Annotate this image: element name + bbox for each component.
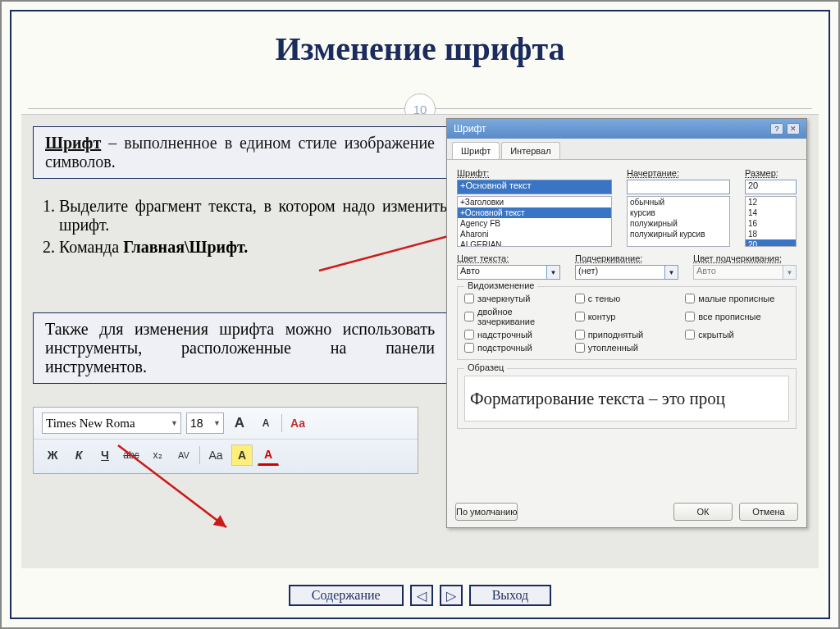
chk-allcaps[interactable]: все прописные [685,307,789,326]
definition-box: Шрифт – выполненное в едином стиле изобр… [33,126,447,179]
font-color-button[interactable]: A [258,444,279,466]
list-item[interactable]: 20 [746,239,796,247]
font-label: Шрифт: [457,168,612,178]
style-label: Начертание: [627,168,730,178]
chevron-down-icon: ▼ [171,419,180,427]
list-item[interactable]: 12 [746,197,796,207]
list-item[interactable]: 16 [746,218,796,229]
chk-outline[interactable]: контур [575,307,679,326]
step-1: Выделите фрагмент текста, в котором надо… [59,197,447,235]
help-button[interactable]: ? [770,123,783,134]
also-note-box: Также для изменения шрифта можно использ… [33,312,447,384]
color-label: Цвет текста: [457,253,560,263]
list-item[interactable]: 18 [746,229,796,239]
preview-text: Форматирование текста – это проц [464,376,789,422]
list-item[interactable]: Aharoni [458,229,611,239]
underline-label: Подчеркивание: [575,253,678,263]
chk-raised[interactable]: приподнятый [575,330,679,340]
definition-text: – выполненное в едином стиле изображение… [45,134,435,171]
preview-legend: Образец [464,362,507,372]
chk-super[interactable]: надстрочный [464,330,568,340]
nav-bar: Содержание ◁ ▷ Выход [11,585,829,606]
style-input[interactable] [627,180,730,194]
ok-button[interactable]: ОК [673,503,733,521]
tab-interval[interactable]: Интервал [501,142,559,159]
dialog-tabs: Шрифт Интервал [447,139,806,160]
prev-arrow-icon[interactable]: ◁ [410,585,433,606]
shrink-font-button[interactable]: A [255,412,276,434]
effects-group: Видоизменение зачеркнутый с тенью малые … [457,286,797,360]
font-name-combo[interactable]: Times New Roma▼ [42,412,181,434]
chk-sub[interactable]: подстрочный [464,343,568,353]
step-2: Команда Главная\Шрифт. [59,238,447,257]
separator [281,414,282,432]
ucolor-combo[interactable]: Авто▼ [693,265,797,280]
exit-button[interactable]: Выход [469,585,552,606]
list-item[interactable]: полужирный [628,218,729,229]
change-case-button[interactable]: Aa [205,444,226,466]
clear-format-button[interactable]: Aa [287,412,308,434]
default-button[interactable]: По умолчанию [455,503,518,521]
steps-list: Выделите фрагмент текста, в котором надо… [41,197,447,257]
chk-dstrike[interactable]: двойное зачеркивание [464,307,568,326]
list-item[interactable]: полужирный курсив [628,229,729,239]
chk-sunken[interactable]: утопленный [575,343,679,353]
ucolor-label: Цвет подчеркивания: [693,253,797,263]
definition-term: Шрифт [45,134,101,152]
preview-group: Образец Форматирование текста – это проц [457,368,797,429]
bold-button[interactable]: Ж [42,444,63,466]
close-button[interactable]: ✕ [787,123,800,134]
dialog-titlebar: Шрифт ? ✕ [447,119,806,139]
content-area: Шрифт – выполненное в едином стиле изобр… [21,114,819,568]
list-item[interactable]: ALGERIAN [458,239,611,247]
chk-hidden[interactable]: скрытый [685,330,789,340]
size-input[interactable]: 20 [745,180,797,194]
chevron-down-icon: ▼ [547,265,560,280]
size-list[interactable]: 12 14 16 18 20 [745,196,797,247]
font-size-combo[interactable]: 18▼ [186,412,224,434]
contents-button[interactable]: Содержание [289,585,404,606]
page-title: Изменение шрифта [11,30,829,68]
underline-button[interactable]: Ч [94,444,116,466]
chevron-down-icon: ▼ [665,265,678,280]
char-spacing-button[interactable]: AV [173,444,194,466]
list-item[interactable]: +Основной текст [458,207,611,218]
chk-shadow[interactable]: с тенью [575,294,679,303]
italic-button[interactable]: К [68,444,89,466]
grow-font-button[interactable]: A [229,412,250,434]
subscript-button[interactable]: x₂ [147,444,168,466]
dialog-title-text: Шрифт [454,123,486,134]
size-label: Размер: [745,168,797,178]
separator [199,446,200,464]
list-item[interactable]: обычный [628,197,729,207]
style-list[interactable]: обычный курсив полужирный полужирный кур… [627,196,730,247]
chevron-down-icon: ▼ [783,265,797,280]
font-list[interactable]: +Заголовки +Основной текст Agency FB Aha… [457,196,612,247]
chk-strike[interactable]: зачеркнутый [464,294,568,303]
strike-button[interactable]: abc [121,444,142,466]
font-dialog: Шрифт ? ✕ Шрифт Интервал Шрифт: +Основно… [446,118,807,528]
highlight-button[interactable]: A [231,444,253,466]
list-item[interactable]: 14 [746,207,796,218]
underline-combo[interactable]: (нет)▼ [575,265,678,280]
tab-font[interactable]: Шрифт [452,142,500,159]
cancel-button[interactable]: Отмена [739,503,798,521]
chevron-down-icon: ▼ [213,419,223,427]
list-item[interactable]: +Заголовки [458,197,611,207]
next-arrow-icon[interactable]: ▷ [440,585,463,606]
chk-smallcaps[interactable]: малые прописные [685,294,789,303]
list-item[interactable]: курсив [628,207,729,218]
list-item[interactable]: Agency FB [458,218,611,229]
font-input[interactable]: +Основной текст [457,180,612,194]
effects-legend: Видоизменение [464,280,537,290]
font-toolbar-screenshot: Times New Roma▼ 18▼ A A Aa Ж К Ч abc x₂ … [33,407,418,474]
color-combo[interactable]: Авто▼ [457,265,560,280]
